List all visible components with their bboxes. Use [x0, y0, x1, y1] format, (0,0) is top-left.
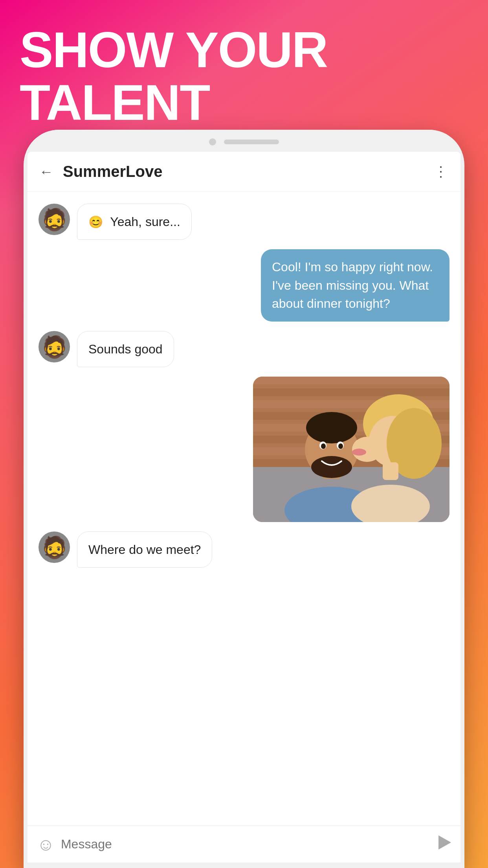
message-emoji-1: 😊: [88, 215, 103, 228]
send-button[interactable]: [438, 835, 451, 853]
message-row-3: 🧔 Sounds good: [39, 331, 449, 367]
send-arrow-icon: [438, 835, 451, 850]
bubble-2: Cool! I'm so happy right now. I've been …: [261, 249, 449, 321]
svg-rect-22: [383, 462, 398, 480]
message-row-5: 🧔 Where do we meet?: [39, 531, 449, 568]
svg-point-13: [306, 412, 357, 443]
headline: SHOW YOUR TALENT: [20, 24, 468, 129]
bubble-3: Sounds good: [77, 331, 174, 367]
bubble-5: Where do we meet?: [77, 531, 212, 568]
chat-title: SummerLove: [63, 163, 434, 180]
emoji-button[interactable]: ☺: [37, 835, 55, 854]
chat-body: 🧔 😊 Yeah, sure... Cool! I'm so happy rig…: [28, 192, 460, 826]
message-input[interactable]: [61, 833, 432, 855]
svg-point-14: [311, 456, 352, 478]
svg-point-25: [352, 449, 366, 456]
back-button[interactable]: ←: [39, 164, 53, 180]
app-screen: ← SummerLove ⋮ 🧔 😊 Yeah, sure... Cool! I…: [28, 152, 460, 862]
avatar-1: 🧔: [39, 204, 70, 235]
chat-input-bar: ☺: [28, 826, 460, 862]
phone-speaker: [224, 140, 279, 144]
menu-button[interactable]: ⋮: [434, 164, 449, 180]
svg-point-17: [321, 443, 326, 449]
svg-point-18: [338, 443, 343, 449]
chat-header: ← SummerLove ⋮: [28, 152, 460, 192]
message-row-2: Cool! I'm so happy right now. I've been …: [39, 249, 449, 321]
message-text-1: Yeah, sure...: [110, 215, 180, 229]
couple-photo: [253, 377, 449, 522]
svg-rect-2: [253, 388, 449, 396]
phone-top-bar: [24, 130, 464, 152]
avatar-5: 🧔: [39, 531, 70, 563]
svg-rect-1: [253, 377, 449, 384]
message-row-1: 🧔 😊 Yeah, sure...: [39, 204, 449, 240]
photo-message: [253, 377, 449, 522]
message-row-4: [39, 377, 449, 522]
avatar-3: 🧔: [39, 331, 70, 362]
phone-camera: [209, 138, 216, 145]
bubble-1: 😊 Yeah, sure...: [77, 204, 192, 240]
phone-shell: ← SummerLove ⋮ 🧔 😊 Yeah, sure... Cool! I…: [24, 130, 464, 868]
